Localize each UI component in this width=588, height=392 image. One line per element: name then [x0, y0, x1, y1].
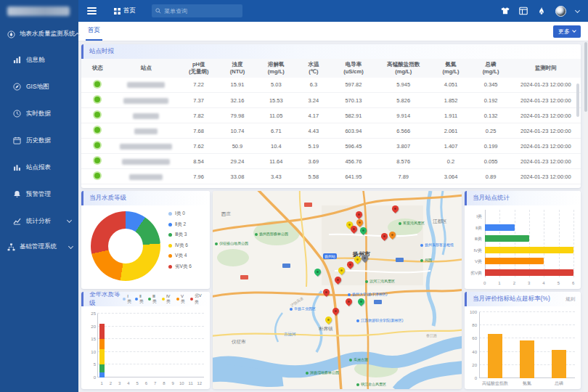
stacked-bar [99, 324, 105, 377]
more-button[interactable]: 更多 [553, 25, 581, 38]
redacted-station-name [133, 113, 159, 119]
corner-label[interactable]: 规则 [565, 296, 575, 303]
status-cell [81, 169, 114, 184]
x-tick-label: 2 [107, 381, 113, 385]
hamburger-menu-icon[interactable] [87, 7, 97, 15]
header-line1: 氨氮 [432, 61, 470, 68]
status-dot-normal [94, 127, 100, 133]
legend-item[interactable]: Ⅲ类 [148, 293, 158, 306]
value-cell: 3.24 [296, 93, 331, 108]
breadcrumb[interactable]: 首页 [114, 7, 136, 15]
map-label-poi: 扬州东部客运枢纽 [420, 242, 454, 247]
table-row: 7.6250.910.45.19596.453.8071.4070.199202… [81, 139, 581, 154]
x-tick-label: 1 [99, 381, 105, 385]
column-header: 水温(℃) [296, 59, 331, 78]
value-cell: 7.37 [179, 93, 219, 108]
value-cell: 4.17 [296, 108, 331, 123]
sidebar-item-6[interactable]: 统计分析 [0, 208, 78, 234]
status-cell [81, 78, 114, 93]
x-tick-label: 8 [161, 381, 167, 385]
chevron-down-icon[interactable] [575, 7, 580, 12]
x-tick-label: 4 [126, 381, 131, 385]
legend-item[interactable]: Ⅲ类 3 [168, 232, 192, 238]
table-scrollbar-thumb[interactable] [576, 83, 579, 117]
sidebar-item-3[interactable]: 历史数据 [0, 127, 78, 154]
station-name-cell [114, 154, 179, 169]
sidebar-item-5[interactable]: 预警管理 [0, 181, 78, 208]
scrollbar-thumb[interactable] [584, 42, 587, 112]
header-line2: (NTU) [219, 68, 256, 75]
value-cell: 0.345 [471, 78, 511, 93]
sidebar-item-0[interactable]: 信息舱 [0, 46, 78, 73]
legend-item[interactable]: Ⅴ类 4 [168, 253, 192, 259]
map-label-water: 古运河 [284, 332, 296, 337]
theme-shirt-icon[interactable] [501, 7, 510, 15]
calendar-icon [13, 136, 21, 144]
value-cell: 15.53 [256, 93, 296, 108]
y-category-label: Ⅲ类 [466, 236, 482, 242]
legend-label: 劣Ⅴ类 6 [175, 264, 192, 270]
x-tick-label: 0 [483, 281, 486, 285]
legend-item[interactable]: 劣Ⅴ类 6 [168, 264, 192, 270]
y-tick-label: 60 [469, 336, 477, 340]
table-row: 7.9633.083.435.58641.957.893.0640.892024… [81, 169, 581, 184]
map-panel[interactable]: 扬州市江都区仪征市西庄朴席镇古运河沪陕高速春江路扬州西部森林公园仪征捺山地质公园… [213, 191, 462, 389]
status-dot-normal [94, 112, 100, 118]
legend-dot [168, 233, 172, 237]
sidebar-group-water-system[interactable]: 地表水质量监测系统 [0, 22, 78, 46]
legend-dot [168, 254, 172, 258]
page-scrollbar[interactable] [584, 22, 588, 392]
x-tick-label: 2 [513, 281, 515, 285]
legend-item[interactable]: Ⅱ类 [135, 293, 144, 306]
y-category-label: Ⅴ类 [466, 258, 482, 265]
gridline [529, 210, 530, 277]
map-label-district: 西庄 [221, 211, 231, 218]
header-line1: 浊度 [219, 61, 256, 68]
report-icon [13, 163, 21, 171]
time-cell: 2024-01-23 12:00:00 [511, 169, 581, 184]
x-tick-label: 11 [188, 381, 194, 385]
breadcrumb-label: 首页 [123, 7, 136, 15]
chevron-down-icon [67, 218, 72, 223]
value-cell: 79.98 [219, 108, 256, 123]
table-row: 8.5429.2411.643.69456.768.5760.20.055202… [81, 154, 581, 169]
legend-item[interactable]: Ⅰ类 [123, 293, 131, 306]
column-header: 溶解氧(mg/L) [256, 59, 296, 78]
sidebar-item-2[interactable]: 实时数据 [0, 100, 78, 127]
value-cell: 603.94 [331, 123, 376, 139]
gridline [573, 210, 574, 277]
value-cell: 1.911 [431, 108, 471, 123]
bar [485, 235, 529, 242]
legend-dot [168, 223, 172, 226]
sidebar-group-label: 地表水质量监测系统 [20, 30, 75, 38]
status-dot-normal [94, 158, 100, 163]
sidebar-group-label: 基础管理系统 [20, 242, 69, 251]
table-row: 7.3732.1615.533.24570.135.8261.8520.1922… [81, 93, 581, 108]
header-line2: (mg/L) [377, 68, 430, 75]
flame-icon[interactable] [537, 7, 546, 15]
user-avatar[interactable] [555, 6, 566, 17]
legend-item[interactable]: Ⅳ类 6 [168, 242, 192, 249]
column-header: 高锰酸盐指数(mg/L) [376, 59, 431, 78]
legend-item[interactable]: Ⅱ类 2 [168, 221, 192, 228]
legend-item[interactable]: 劣Ⅴ类 [190, 293, 204, 306]
legend-item[interactable]: Ⅰ类 0 [168, 211, 192, 217]
legend-item[interactable]: Ⅴ类 [176, 293, 187, 306]
value-cell: 0.2 [431, 154, 471, 169]
y-tick-label: 20 [469, 363, 477, 367]
column-header: 状态 [81, 59, 114, 78]
sidebar-item-label: 历史数据 [26, 136, 51, 145]
map-label-park: 扬州西部森林公园 [255, 232, 288, 236]
sidebar-item-4[interactable]: 站点报表 [0, 154, 78, 181]
sidebar-group-base-system[interactable]: 基础管理系统 [0, 234, 78, 259]
value-cell: 29.24 [219, 154, 256, 169]
sitemap-icon [7, 243, 15, 251]
search-input[interactable] [164, 8, 239, 15]
y-category-label: 劣Ⅴ类 [466, 270, 482, 277]
legend-item[interactable]: Ⅳ类 [162, 293, 173, 306]
sidebar-item-1[interactable]: GIS地图 [0, 73, 78, 100]
tab-home[interactable]: 首页 [86, 22, 102, 41]
legend-dot [123, 298, 126, 301]
fullscreen-layout-icon[interactable] [519, 7, 528, 15]
x-category-label: 高锰酸盐指数 [481, 380, 510, 387]
